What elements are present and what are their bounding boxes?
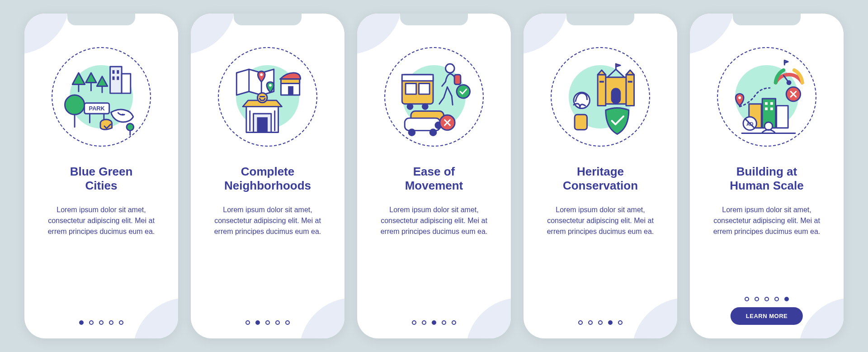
pagination-dots: [79, 320, 123, 325]
dot-5[interactable]: [285, 320, 290, 325]
svg-rect-48: [598, 75, 606, 106]
onboarding-slide-1: PARK Blue Green Cities Lorem ipsum dolor…: [24, 14, 178, 338]
dot-5[interactable]: [784, 297, 789, 301]
learn-more-button[interactable]: LEARN MORE: [731, 307, 803, 325]
svg-point-28: [257, 93, 267, 103]
svg-rect-63: [765, 102, 768, 105]
dot-1[interactable]: [578, 320, 583, 325]
slide-title: Blue Green Cities: [70, 165, 133, 193]
svg-rect-62: [777, 106, 788, 128]
phone-notch: [400, 14, 468, 25]
dot-4[interactable]: [608, 320, 613, 325]
slide-body: Lorem ipsum dolor sit amet, consectetur …: [209, 205, 326, 237]
dot-3[interactable]: [764, 297, 769, 301]
dot-5[interactable]: [452, 320, 456, 325]
svg-rect-34: [406, 84, 416, 95]
svg-point-37: [422, 104, 428, 109]
dot-3[interactable]: [598, 320, 603, 325]
dot-2[interactable]: [89, 320, 94, 325]
svg-rect-55: [575, 114, 587, 129]
illustration-ring: [218, 47, 317, 147]
human-scale-city-icon: AD: [718, 48, 816, 146]
decor-bottom-right: [299, 298, 344, 338]
svg-rect-66: [770, 108, 773, 110]
illustration-ring: [384, 47, 484, 147]
svg-rect-64: [770, 102, 773, 105]
svg-rect-24: [288, 86, 293, 95]
illustration-ring: PARK: [52, 47, 151, 147]
dot-1[interactable]: [745, 297, 749, 301]
phone-notch: [566, 14, 634, 25]
onboarding-slide-3: Ease of Movement Lorem ipsum dolor sit a…: [357, 14, 511, 338]
dot-2[interactable]: [755, 297, 759, 301]
onboarding-slide-5: AD Building at Human Scale Lorem ipsum d…: [690, 14, 844, 338]
slide-title: Heritage Conservation: [563, 165, 638, 193]
dot-2[interactable]: [588, 320, 593, 325]
decor-bottom-right: [798, 298, 844, 338]
pagination-dots: [245, 320, 290, 325]
dot-5[interactable]: [119, 320, 123, 325]
svg-rect-35: [419, 84, 430, 95]
slide-body: Lorem ipsum dolor sit amet, consectetur …: [708, 205, 826, 237]
svg-rect-1: [122, 74, 131, 93]
svg-rect-0: [110, 67, 122, 93]
slide-title: Ease of Movement: [405, 165, 463, 193]
svg-rect-23: [281, 79, 299, 84]
svg-rect-51: [611, 88, 621, 104]
dot-1[interactable]: [79, 320, 84, 325]
slide-body: Lorem ipsum dolor sit amet, consectetur …: [42, 205, 160, 237]
svg-point-40: [457, 85, 470, 98]
svg-point-21: [269, 84, 272, 87]
heritage-shield-icon: [552, 48, 649, 146]
svg-rect-65: [765, 108, 768, 110]
svg-point-58: [738, 96, 741, 99]
svg-point-20: [260, 73, 263, 76]
slide-body: Lorem ipsum dolor sit amet, consectetur …: [375, 205, 493, 237]
dot-5[interactable]: [618, 320, 623, 325]
pagination-dots: [412, 320, 456, 325]
pagination-dots: [745, 297, 789, 301]
onboarding-slide-4: Heritage Conservation Lorem ipsum dolor …: [524, 14, 677, 338]
dot-1[interactable]: [245, 320, 250, 325]
decor-bottom-right: [632, 298, 677, 338]
onboarding-slide-2: Complete Neighborhoods Lorem ipsum dolor…: [191, 14, 344, 338]
svg-point-71: [764, 122, 773, 130]
svg-point-36: [407, 104, 413, 109]
svg-point-9: [65, 95, 84, 114]
svg-rect-4: [113, 76, 115, 80]
svg-point-44: [430, 129, 436, 136]
svg-rect-3: [117, 70, 119, 74]
svg-rect-5: [117, 76, 119, 80]
dot-3[interactable]: [99, 320, 104, 325]
svg-point-38: [446, 64, 455, 73]
phone-notch: [234, 14, 302, 25]
svg-point-16: [127, 124, 134, 131]
slide-body: Lorem ipsum dolor sit amet, consectetur …: [542, 205, 659, 237]
dot-2[interactable]: [422, 320, 426, 325]
dot-4[interactable]: [109, 320, 113, 325]
slide-title: Building at Human Scale: [730, 165, 803, 193]
phone-notch: [733, 14, 801, 25]
phone-notch: [67, 14, 135, 25]
dot-4[interactable]: [442, 320, 446, 325]
dot-4[interactable]: [275, 320, 280, 325]
svg-point-57: [787, 81, 791, 85]
dot-3[interactable]: [432, 320, 436, 325]
transit-walk-icon: [385, 48, 483, 146]
svg-point-43: [409, 129, 415, 136]
neighborhood-map-icon: [219, 48, 316, 146]
svg-rect-33: [402, 75, 433, 81]
dot-4[interactable]: [774, 297, 779, 301]
illustration-ring: AD: [717, 47, 816, 147]
svg-rect-2: [113, 70, 115, 74]
dot-3[interactable]: [265, 320, 270, 325]
svg-rect-39: [454, 75, 461, 85]
svg-text:PARK: PARK: [89, 105, 105, 112]
decor-bottom-right: [466, 298, 511, 338]
slide-title: Complete Neighborhoods: [224, 165, 311, 193]
svg-rect-27: [257, 117, 268, 132]
svg-rect-52: [599, 81, 604, 83]
dot-1[interactable]: [412, 320, 416, 325]
svg-rect-29: [259, 96, 265, 97]
dot-2[interactable]: [255, 320, 260, 325]
